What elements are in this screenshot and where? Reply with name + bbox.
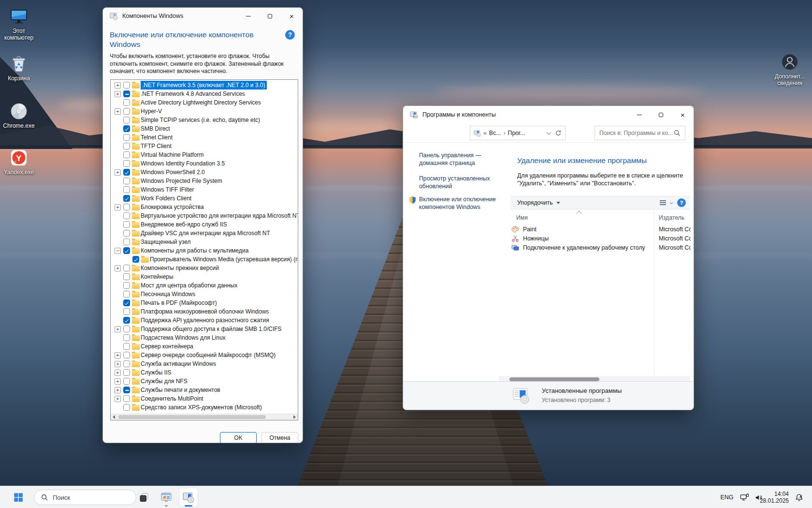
feature-checkbox[interactable]: [123, 343, 130, 350]
feature-item[interactable]: +.NET Framework 3.5 (включает .NET 2.0 и…: [111, 81, 298, 90]
expander-plus-icon[interactable]: +: [115, 108, 121, 115]
feature-checkbox[interactable]: [123, 317, 130, 324]
expander-minus-icon[interactable]: −: [115, 248, 121, 254]
sidebar-item-installed-updates[interactable]: Просмотр установленных обновлений: [419, 175, 502, 190]
taskbar-app-control-panel[interactable]: [157, 488, 176, 507]
search-input[interactable]: Поиск в: Программы и ко...: [594, 126, 685, 140]
feature-item[interactable]: Платформа низкоуровневой оболочки Window…: [111, 307, 298, 316]
feature-item[interactable]: +Службы печати и документов: [111, 386, 298, 394]
feature-item[interactable]: Средство записи XPS-документов (Microsof…: [111, 403, 298, 412]
column-header-name[interactable]: Имя: [516, 214, 528, 221]
feature-checkbox[interactable]: [123, 160, 130, 167]
feature-checkbox[interactable]: [123, 239, 130, 245]
feature-checkbox[interactable]: [123, 247, 130, 254]
feature-item[interactable]: Windows Projected File System: [111, 177, 298, 185]
feature-item[interactable]: +Сервер очереди сообщений Майкрософт (MS…: [111, 351, 298, 359]
sidebar-item-turn-windows-features[interactable]: Включение или отключение компонентов Win…: [419, 196, 502, 211]
address-bar[interactable]: « Вс... › Прог...: [470, 126, 566, 140]
close-button[interactable]: ×: [281, 8, 303, 24]
feature-checkbox[interactable]: [123, 99, 130, 106]
feature-item[interactable]: +Блокировка устройства: [111, 203, 298, 211]
program-row[interactable]: PaintMicrosoft Corp: [510, 225, 690, 234]
feature-item[interactable]: +Компоненты прежних версий: [111, 264, 298, 272]
feature-item[interactable]: Контейнеры: [111, 272, 298, 281]
feature-item[interactable]: Simple TCPIP services (i.e. echo, daytim…: [111, 116, 298, 124]
feature-checkbox[interactable]: [123, 273, 130, 280]
minimize-button[interactable]: [628, 106, 650, 123]
notification-bell-icon[interactable]: [792, 486, 806, 508]
program-row[interactable]: НожницыMicrosoft Corp: [510, 234, 690, 243]
feature-item[interactable]: Сервер контейнера: [111, 342, 298, 351]
change-view-icon[interactable]: [660, 200, 666, 205]
feature-item[interactable]: +.NET Framework 4.8 Advanced Services: [111, 90, 298, 98]
minimize-button[interactable]: [237, 8, 259, 24]
taskbar-search[interactable]: Поиск: [34, 490, 136, 505]
expander-plus-icon[interactable]: +: [115, 204, 121, 210]
expander-plus-icon[interactable]: +: [115, 352, 121, 359]
feature-item[interactable]: Внедряемое веб-ядро служб IIS: [111, 220, 298, 229]
feature-item[interactable]: −Компоненты для работы с мультимедиа: [111, 246, 298, 255]
desktop-icon-additional-info[interactable]: Дополнит... сведения: [771, 52, 809, 87]
feature-item[interactable]: Подсистема Windows для Linux: [111, 333, 298, 342]
features-titlebar[interactable]: Компоненты Windows ×: [103, 8, 303, 24]
feature-item[interactable]: Песочница Windows: [111, 290, 298, 299]
maximize-button[interactable]: [650, 106, 672, 123]
expander-plus-icon[interactable]: +: [115, 326, 121, 332]
ok-button[interactable]: OK: [220, 432, 257, 443]
feature-item[interactable]: +Службы для NFS: [111, 377, 298, 386]
feature-checkbox[interactable]: [123, 334, 130, 341]
help-button[interactable]: ?: [285, 30, 295, 40]
scrollbar-thumb[interactable]: [509, 377, 599, 381]
refresh-icon[interactable]: [555, 130, 562, 136]
feature-item[interactable]: SMB Direct: [111, 124, 298, 133]
column-header-publisher[interactable]: Издатель: [659, 214, 684, 221]
feature-checkbox[interactable]: [123, 378, 130, 385]
feature-checkbox[interactable]: [123, 326, 130, 332]
taskbar-clock[interactable]: 14:04 28.01.2025: [760, 486, 789, 508]
expander-plus-icon[interactable]: +: [115, 361, 121, 367]
organize-button[interactable]: Упорядочить: [517, 199, 560, 206]
feature-checkbox[interactable]: [123, 143, 130, 149]
feature-item[interactable]: Work Folders Client: [111, 194, 298, 203]
expander-plus-icon[interactable]: +: [115, 370, 121, 376]
cancel-button[interactable]: Отмена: [261, 432, 298, 443]
feature-checkbox[interactable]: [123, 404, 130, 411]
feature-checkbox[interactable]: [123, 151, 130, 158]
breadcrumb-all-items[interactable]: Вс...: [489, 130, 501, 136]
feature-item[interactable]: Мост для центра обработки данных: [111, 281, 298, 290]
expander-plus-icon[interactable]: +: [115, 265, 121, 271]
taskbar-app-explorer[interactable]: [134, 488, 154, 507]
back-button[interactable]: ←: [409, 106, 421, 125]
feature-item[interactable]: Virtual Machine Platform: [111, 150, 298, 159]
feature-checkbox[interactable]: [123, 291, 130, 298]
taskbar-app-windows-features[interactable]: [179, 488, 198, 507]
feature-checkbox[interactable]: [123, 195, 130, 202]
scroll-right-icon[interactable]: [291, 414, 298, 420]
help-button[interactable]: ?: [677, 198, 686, 207]
network-icon[interactable]: [738, 486, 751, 508]
feature-item[interactable]: Windows Identity Foundation 3.5: [111, 159, 298, 168]
feature-checkbox[interactable]: [123, 178, 130, 184]
feature-checkbox[interactable]: [123, 282, 130, 289]
feature-item[interactable]: +Соединитель MultiPoint: [111, 394, 298, 403]
feature-checkbox[interactable]: [123, 308, 130, 315]
feature-checkbox[interactable]: [123, 352, 130, 359]
feature-item[interactable]: +Службы IIS: [111, 368, 298, 377]
feature-checkbox[interactable]: [123, 265, 130, 271]
feature-item[interactable]: Драйвер VSC для интеграции ядра Microsof…: [111, 229, 298, 238]
address-dropdown-chevron-icon[interactable]: [547, 130, 551, 135]
feature-item[interactable]: Виртуальное устройство для интеграции яд…: [111, 211, 298, 220]
feature-checkbox[interactable]: [123, 230, 130, 237]
feature-item[interactable]: +Hyper-V: [111, 107, 298, 116]
feature-checkbox[interactable]: [132, 256, 139, 263]
language-indicator[interactable]: ENG: [718, 486, 736, 508]
expander-plus-icon[interactable]: +: [115, 82, 121, 89]
forward-button[interactable]: →: [425, 106, 438, 125]
feature-item[interactable]: TFTP Client: [111, 142, 298, 150]
feature-checkbox[interactable]: [123, 134, 130, 141]
feature-checkbox[interactable]: [123, 90, 130, 97]
expander-plus-icon[interactable]: +: [115, 378, 121, 385]
scrollbar-thumb[interactable]: [118, 415, 266, 419]
feature-checkbox[interactable]: [123, 212, 130, 219]
feature-checkbox[interactable]: [123, 117, 130, 123]
